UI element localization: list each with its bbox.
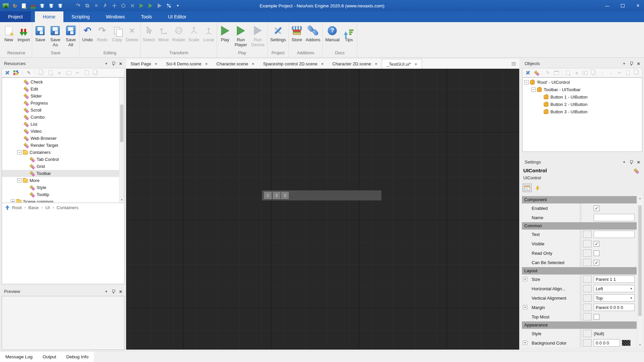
ui-button-1[interactable]: 1 [264,192,272,199]
tree-item-button1[interactable]: Button 1 - UIButton [523,93,642,101]
tree-item[interactable]: Render Target [2,142,124,149]
expand-icon[interactable] [523,305,527,309]
pin-icon[interactable] [112,289,115,294]
maximize-button[interactable] [619,3,626,8]
tree-item[interactable]: Web Browser [2,135,124,142]
tree-scrollbar[interactable]: ▼ [119,78,124,202]
text-input[interactable] [594,231,635,238]
tree-item[interactable]: Video [2,128,124,135]
save-all-button[interactable]: Save All [63,24,78,48]
ui-button-2[interactable]: 2 [273,192,280,199]
collapse-icon[interactable] [531,87,536,92]
close-icon[interactable]: × [205,61,208,66]
save-icon[interactable] [39,3,45,9]
scrollbar-thumb[interactable] [638,205,642,316]
default-value-button[interactable] [583,294,592,302]
play-icon[interactable] [139,3,145,9]
customize-dropdown-icon[interactable]: ▼ [175,3,181,9]
tree-item-folder[interactable]: Containers [2,149,124,156]
up-arrow-icon[interactable] [5,205,9,210]
undo-icon[interactable]: ↶ [66,3,72,9]
tree-item-folder[interactable]: Scene common [2,198,124,203]
tab-properties[interactable] [523,184,532,192]
sync-icon[interactable]: ↻ [12,3,18,9]
vertical-alignment-dropdown[interactable]: Top▼ [594,294,635,302]
edit-icon[interactable] [26,70,32,76]
tips-button[interactable]: Tips [342,24,356,43]
settings-button[interactable]: Settings [269,24,287,43]
color-swatch[interactable] [622,340,631,346]
tree-item-button3[interactable]: Button 3 - UIButton [523,108,642,115]
tab-list-icon[interactable] [512,62,516,66]
expand-icon[interactable] [523,277,527,281]
scroll-down-icon[interactable]: ▼ [638,343,642,348]
default-value-button[interactable] [583,330,592,337]
close-icon[interactable]: × [321,61,324,66]
panel-menu-icon[interactable]: ▼ [105,290,108,293]
close-icon[interactable]: × [252,61,255,66]
manual-button[interactable]: Manual [324,24,341,43]
size-input[interactable]: Parent 1 1 [594,276,635,283]
expand-icon[interactable] [11,199,15,203]
close-icon[interactable]: × [119,61,122,66]
background-color-input[interactable]: 0 0 0 0 [594,339,620,347]
close-icon[interactable]: × [415,62,417,67]
doc-tab-testgui[interactable]: _TestGUI.ui*× [382,59,422,69]
tab-tools[interactable]: Tools [133,11,160,22]
tab-project[interactable]: Project [0,11,31,22]
close-icon[interactable]: × [375,61,377,66]
tab-windows[interactable]: Windows [98,11,133,22]
tab-message-log[interactable]: Message Log [5,354,33,359]
tree-item[interactable]: Edit [2,85,124,93]
tree-item[interactable]: Style [2,184,124,191]
tree-item[interactable]: Combo [2,114,124,121]
margin-input[interactable]: Parent 0 0 0 0 [594,304,635,311]
panel-menu-icon[interactable]: ▼ [105,62,108,65]
doc-tab-start-page[interactable]: Start Page× [126,59,162,69]
undo-button[interactable]: ↶Undo [80,24,95,43]
tab-debug-info[interactable]: Debug Info [66,354,89,359]
tree-item-root[interactable]: 'Root' - UIControl [523,78,642,86]
tree-item-folder[interactable]: More [2,177,124,184]
tree-item-toolbar[interactable]: Toolbar - UIToolbar [523,86,642,93]
breadcrumb-item[interactable]: Root [12,205,22,210]
save-button[interactable]: Save [33,24,47,43]
top-most-checkbox[interactable] [594,314,599,320]
default-value-button[interactable] [583,313,592,320]
scroll-down-icon[interactable]: ▼ [119,198,124,202]
default-value-button[interactable] [583,339,592,347]
pin-icon[interactable] [112,61,115,66]
breadcrumb-item[interactable]: Containers [57,205,78,210]
new-file-icon[interactable] [21,3,27,9]
horizontal-alignment-dropdown[interactable]: Left▼ [594,285,635,292]
tree-item[interactable]: Check [2,78,124,85]
run-player-button[interactable]: Run Player [233,24,249,48]
tab-ui-editor[interactable]: UI Editor [160,11,194,22]
doc-tab-spaceship-control[interactable]: Spaceship control 2D.scene× [259,59,328,69]
default-value-button[interactable] [583,276,592,283]
enabled-checkbox[interactable] [594,205,599,211]
breadcrumb-item[interactable]: UI [45,205,50,210]
tab-home[interactable]: Home [35,11,63,22]
close-icon[interactable]: × [637,159,640,165]
pin-icon[interactable] [630,160,633,164]
doc-tab-character[interactable]: Character.scene× [212,59,259,69]
collapse-icon[interactable] [17,178,21,183]
name-input[interactable] [594,214,635,221]
settings-icon[interactable] [166,3,172,9]
collapse-icon[interactable] [17,150,21,155]
import-button[interactable]: Import [16,24,31,43]
play-button[interactable]: Play [218,24,232,43]
tab-output[interactable]: Output [43,354,56,359]
view-options-icon[interactable]: ▼ [13,70,19,76]
breadcrumb-item[interactable]: Base [29,205,39,210]
import-icon[interactable] [30,3,36,9]
save-all-icon[interactable] [57,3,63,9]
can-be-selected-checkbox[interactable] [594,260,599,265]
tools-icon[interactable] [4,70,10,76]
resource-icon[interactable] [534,70,540,76]
default-value-button[interactable] [583,249,592,257]
ui-toolbar-preview[interactable]: 1 2 3 [262,190,381,200]
collapse-icon[interactable] [524,80,529,84]
default-value-button[interactable] [583,240,592,247]
